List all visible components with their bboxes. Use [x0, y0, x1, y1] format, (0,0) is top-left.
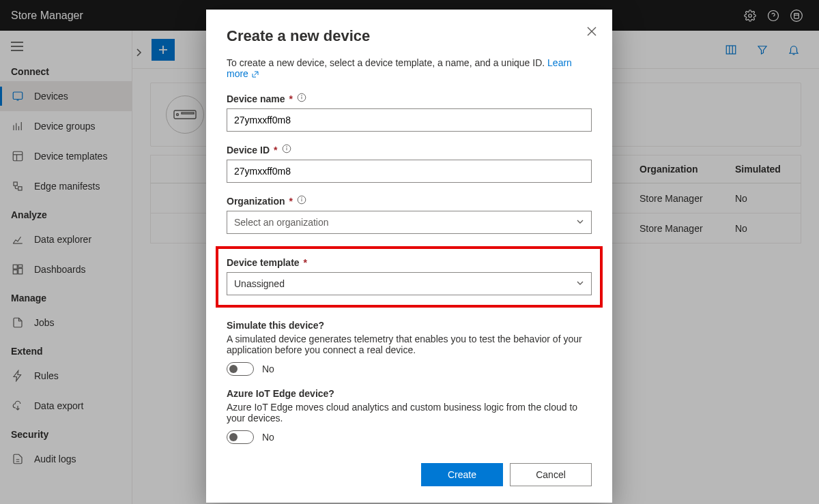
organization-select[interactable]: Select an organization	[227, 211, 592, 234]
device-template-label: Device template*	[227, 257, 592, 268]
chevron-down-icon	[576, 217, 584, 228]
cancel-button[interactable]: Cancel	[510, 463, 592, 486]
edge-value: No	[262, 432, 274, 443]
create-button[interactable]: Create	[421, 463, 503, 486]
device-id-input[interactable]	[227, 160, 592, 183]
edge-desc: Azure IoT Edge moves cloud analytics and…	[227, 402, 592, 424]
device-id-label: Device ID*	[227, 144, 592, 155]
modal-title: Create a new device	[227, 27, 592, 45]
info-icon[interactable]	[297, 93, 306, 104]
simulate-desc: A simulated device generates telemetry t…	[227, 333, 592, 355]
simulate-toggle[interactable]	[227, 362, 254, 376]
device-template-highlight: Device template* Unassigned	[216, 246, 603, 308]
info-icon[interactable]	[282, 144, 291, 155]
create-device-modal: Create a new device To create a new devi…	[206, 10, 612, 503]
device-name-input[interactable]	[227, 108, 592, 132]
info-icon[interactable]	[297, 195, 306, 207]
svg-point-35	[302, 95, 302, 96]
close-icon[interactable]	[586, 26, 597, 39]
device-name-label: Device name*	[227, 93, 592, 104]
modal-description: To create a new device, select a device …	[227, 57, 592, 79]
simulate-value: No	[262, 364, 274, 374]
device-template-select[interactable]: Unassigned	[227, 272, 592, 295]
edge-toggle[interactable]	[227, 430, 254, 444]
edge-heading: Azure IoT Edge device?	[227, 388, 592, 399]
svg-point-41	[302, 198, 302, 198]
organization-label: Organization*	[227, 195, 592, 207]
svg-point-38	[286, 147, 287, 147]
chevron-down-icon	[576, 278, 584, 289]
simulate-heading: Simulate this device?	[227, 320, 592, 331]
